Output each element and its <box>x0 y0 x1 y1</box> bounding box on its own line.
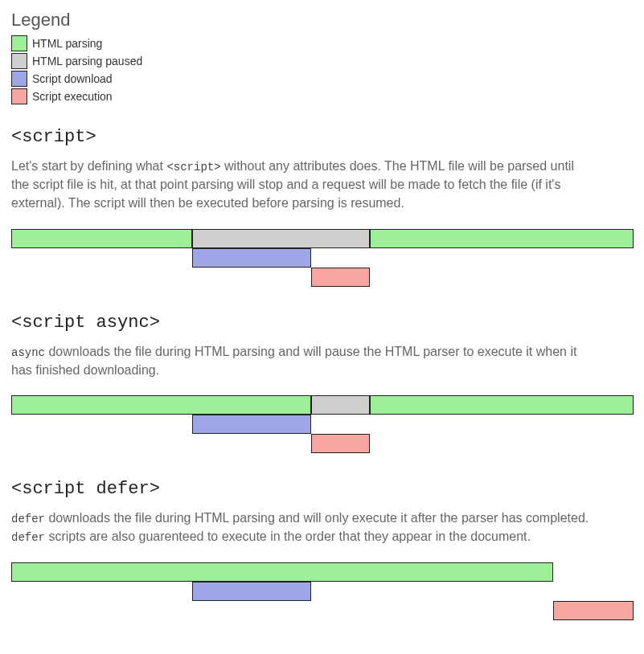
code-inline: <script> <box>166 161 220 174</box>
timeline-bar-green <box>11 395 311 415</box>
section-description: defer downloads the file during HTML par… <box>11 509 590 546</box>
legend-label: Script execution <box>32 90 113 103</box>
desc-text: downloads the file during HTML parsing a… <box>11 345 576 377</box>
timeline-bar-green <box>11 562 553 582</box>
timeline-bar-red <box>311 268 370 287</box>
timeline-bar-green <box>11 229 192 248</box>
section-description: async downloads the file during HTML par… <box>11 342 590 379</box>
timeline-bar-blue <box>192 248 311 268</box>
legend-label: HTML parsing paused <box>32 55 142 67</box>
section-heading-script-async: <script async> <box>11 313 633 333</box>
timeline-bar-red <box>553 601 634 620</box>
legend-row: Script download <box>11 71 633 87</box>
desc-text: Let's start by defining what <box>11 159 166 173</box>
timeline-bar-grey <box>192 229 370 248</box>
timeline-bar-blue <box>192 582 311 601</box>
code-inline: async <box>11 346 45 359</box>
swatch-html-parsing-paused-icon <box>11 53 27 69</box>
legend-row: HTML parsing paused <box>11 53 633 69</box>
legend-row: Script execution <box>11 88 633 104</box>
legend-title: Legend <box>11 10 633 31</box>
section-heading-script-defer: <script defer> <box>11 479 633 499</box>
desc-text: downloads the file during HTML parsing a… <box>48 511 589 525</box>
timeline-bar-green <box>370 229 634 248</box>
timeline-bar-grey <box>311 395 370 415</box>
swatch-html-parsing-icon <box>11 35 27 51</box>
section-description: Let's start by defining what <script> wi… <box>11 157 590 213</box>
desc-text: scripts are also guarenteed to execute i… <box>48 529 530 543</box>
legend-row: HTML parsing <box>11 35 633 51</box>
timeline-bar-blue <box>192 415 311 434</box>
section-heading-script: <script> <box>11 127 633 147</box>
timeline-script-async <box>11 395 634 456</box>
swatch-script-download-icon <box>11 71 27 87</box>
legend-block: HTML parsing HTML parsing paused Script … <box>11 35 633 104</box>
code-inline: defer <box>11 531 45 544</box>
code-inline: defer <box>11 513 45 525</box>
timeline-script-defer <box>11 562 634 623</box>
legend-label: HTML parsing <box>32 37 102 50</box>
swatch-script-execution-icon <box>11 88 27 104</box>
timeline-script <box>11 229 634 290</box>
legend-label: Script download <box>32 72 113 85</box>
timeline-bar-green <box>370 395 634 415</box>
timeline-bar-red <box>311 434 370 453</box>
